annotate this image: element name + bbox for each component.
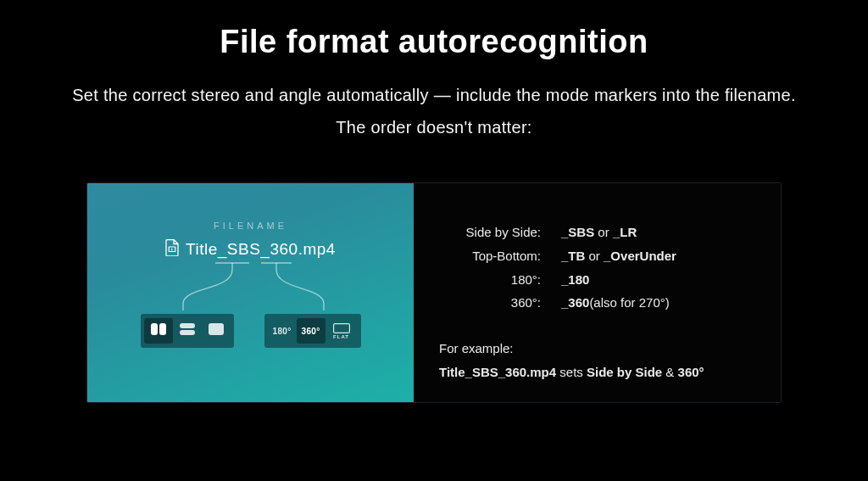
stereo-sbs-chip[interactable] <box>144 318 173 344</box>
row-tb-key: Top-Bottom: <box>439 244 541 268</box>
svg-rect-8 <box>333 323 349 333</box>
stereo-mode-group <box>141 314 234 348</box>
example-label: For example: <box>439 341 514 355</box>
row-sbs-key: Side by Side: <box>439 221 541 244</box>
markers-reference: Side by Side: _SBS or _LR Top-Bottom: _T… <box>414 183 781 402</box>
mono-icon <box>209 323 224 338</box>
video-file-icon <box>165 239 179 260</box>
row-360-key: 360°: <box>439 291 541 315</box>
example-filename: Title_SBS_360.mp4 <box>439 365 556 379</box>
page-title: File format autorecognition <box>17 24 851 60</box>
svg-rect-6 <box>180 330 195 335</box>
row-180-key: 180°: <box>439 268 541 292</box>
angle-360-label: 360° <box>302 327 320 336</box>
angle-mode-group: 180° 360° FLAT <box>264 314 361 348</box>
row-sbs-val: _SBS or _LR <box>561 221 757 244</box>
angle-180-label: 180° <box>273 327 292 336</box>
flat-icon: FLAT <box>333 323 350 339</box>
stereo-tb-chip[interactable] <box>173 318 202 344</box>
subtitle-line-1: Set the correct stereo and angle automat… <box>72 86 796 104</box>
filename-preview-card: FILENAME Title_SBS_360.mp4 <box>87 183 414 402</box>
subtitle-line-2: The order doesn't matter: <box>336 118 531 137</box>
angle-flat-chip[interactable]: FLAT <box>326 318 358 344</box>
stereo-mono-chip[interactable] <box>202 318 231 344</box>
tb-icon <box>180 323 195 338</box>
row-180-val: _180 <box>561 268 757 292</box>
angle-360-chip[interactable]: 360° <box>297 318 326 344</box>
info-panel: FILENAME Title_SBS_360.mp4 <box>86 182 782 403</box>
filename-label: FILENAME <box>87 221 414 231</box>
row-tb-val: _TB or _OverUnder <box>561 244 757 268</box>
svg-rect-4 <box>159 323 166 335</box>
connector-lines <box>87 261 414 314</box>
sbs-icon <box>151 323 166 338</box>
example-block: For example: Title_SBS_360.mp4 sets Side… <box>439 337 757 384</box>
svg-rect-7 <box>209 323 224 335</box>
svg-rect-3 <box>151 323 158 335</box>
filename-text: Title_SBS_360.mp4 <box>186 240 336 259</box>
page-subtitle: Set the correct stereo and angle automat… <box>17 79 851 143</box>
angle-180-chip[interactable]: 180° <box>268 318 297 344</box>
svg-rect-5 <box>180 323 195 328</box>
row-360-val: _360(also for 270°) <box>561 291 757 315</box>
